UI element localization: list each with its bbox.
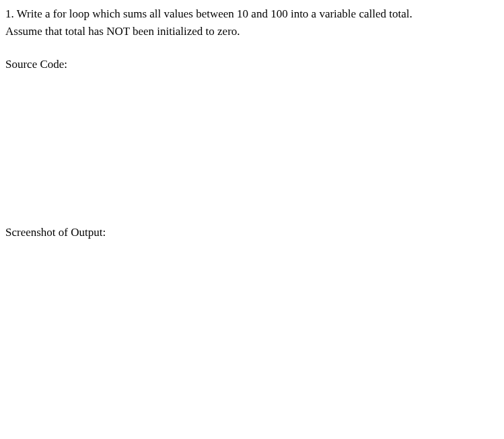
question-line-2: Assume that total has NOT been initializ…: [5, 23, 499, 40]
output-label: Screenshot of Output:: [5, 224, 499, 241]
question-line-1: 1. Write a for loop which sums all value…: [5, 5, 499, 23]
source-code-label: Source Code:: [5, 56, 499, 73]
source-code-area: [5, 73, 499, 208]
output-area: [5, 241, 499, 375]
question-block: 1. Write a for loop which sums all value…: [5, 5, 499, 40]
